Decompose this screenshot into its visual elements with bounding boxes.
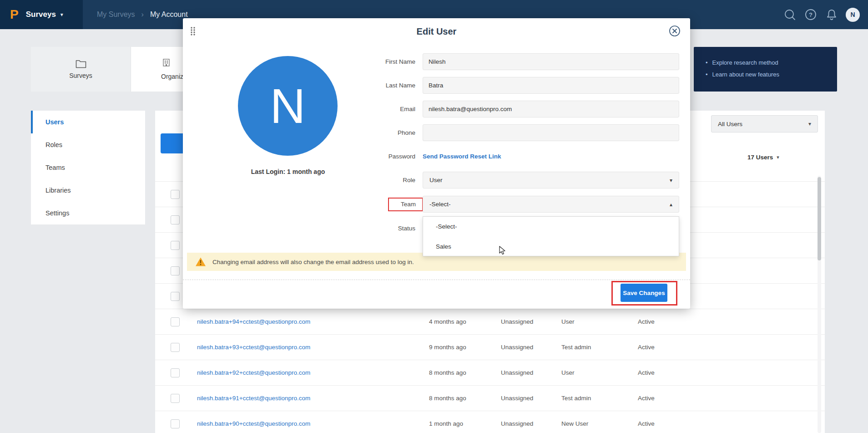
team-cell: Unassigned	[501, 335, 533, 360]
status-cell: Active	[638, 309, 655, 335]
bullet-icon: •	[706, 69, 708, 81]
folder-icon	[76, 59, 86, 68]
team-cell: Unassigned	[501, 309, 533, 335]
sidebar-item-libraries[interactable]: Libraries	[31, 179, 145, 202]
status-cell: Active	[638, 386, 655, 411]
role-cell: Test admin	[561, 386, 591, 411]
promo-link-label: Explore research method	[712, 57, 778, 69]
last-name-input[interactable]	[423, 77, 679, 94]
users-count-label: 17 Users	[747, 154, 773, 161]
breadcrumb: My Surveys › My Account	[97, 0, 188, 29]
row-checkbox[interactable]	[171, 215, 180, 224]
table-row: nilesh.batra+93+cctest@questionpro.com 9…	[155, 334, 825, 360]
user-email-link[interactable]: nilesh.batra+91+cctest@questionpro.com	[197, 386, 310, 411]
role-select[interactable]: User ▾	[423, 172, 679, 188]
promo-link-research[interactable]: • Explore research method	[706, 57, 837, 69]
product-menu[interactable]: P Surveys ▾	[0, 0, 83, 29]
role-cell: New User	[561, 411, 588, 433]
field-label-password: Password	[319, 148, 415, 165]
help-icon[interactable]: ?	[804, 8, 818, 21]
tab-surveys-label: Surveys	[69, 72, 92, 79]
last-login-cell: 8 months ago	[429, 360, 466, 386]
last-login-cell: 1 month ago	[429, 411, 463, 433]
breadcrumb-separator-icon: ›	[141, 10, 144, 19]
sidebar-item-settings[interactable]: Settings	[31, 202, 145, 224]
row-checkbox[interactable]	[171, 317, 180, 326]
chevron-down-icon: ▾	[61, 11, 63, 18]
send-password-reset-link[interactable]: Send Password Reset Link	[423, 148, 501, 165]
tab-surveys[interactable]: Surveys	[31, 47, 131, 92]
table-row: nilesh.batra+90+cctest@questionpro.com 1…	[155, 411, 825, 433]
team-cell: Unassigned	[501, 386, 533, 411]
sidebar-item-teams[interactable]: Teams	[31, 156, 145, 179]
field-label-first-name: First Name	[319, 53, 415, 70]
team-option-sales[interactable]: Sales	[423, 237, 679, 257]
role-cell: User	[561, 309, 575, 335]
user-email-link[interactable]: nilesh.batra+94+cctest@questionpro.com	[197, 309, 310, 335]
warning-icon	[195, 257, 206, 267]
chevron-up-icon: ▴	[670, 201, 672, 208]
chevron-down-icon: ▾	[670, 177, 672, 183]
last-login-cell: 4 months ago	[429, 309, 466, 335]
user-email-link[interactable]: nilesh.batra+92+cctest@questionpro.com	[197, 360, 310, 386]
team-select[interactable]: -Select- ▴	[423, 196, 679, 213]
row-checkbox[interactable]	[171, 266, 180, 275]
edit-user-modal: Edit User N Last Login: 1 month ago Firs…	[183, 18, 690, 309]
promo-link-features[interactable]: • Learn about new features	[706, 69, 837, 81]
user-email-link[interactable]: nilesh.batra+93+cctest@questionpro.com	[197, 335, 310, 360]
svg-text:?: ?	[809, 11, 812, 18]
user-email-link[interactable]: nilesh.batra+90+cctest@questionpro.com	[197, 411, 310, 433]
notifications-bell-icon[interactable]	[825, 8, 838, 21]
role-select-value: User	[429, 177, 443, 183]
scrollbar-thumb[interactable]	[818, 177, 821, 260]
organization-icon	[162, 58, 171, 67]
user-filter-value: All Users	[718, 121, 742, 127]
sidebar-item-roles[interactable]: Roles	[31, 133, 145, 156]
team-cell: Unassigned	[501, 360, 533, 386]
sidebar-item-users[interactable]: Users	[31, 111, 145, 133]
row-checkbox[interactable]	[171, 368, 180, 377]
save-changes-button[interactable]: Save Changes	[621, 284, 667, 302]
bullet-icon: •	[706, 57, 708, 69]
role-cell: User	[561, 360, 575, 386]
field-label-phone: Phone	[319, 124, 415, 141]
field-label-last-name: Last Name	[319, 77, 415, 94]
table-row: nilesh.batra+91+cctest@questionpro.com 8…	[155, 385, 825, 411]
table-scrollbar	[818, 176, 821, 433]
status-cell: Active	[638, 335, 655, 360]
promo-panel: • Explore research method • Learn about …	[694, 47, 837, 92]
app-root: P Surveys ▾ My Surveys › My Account ? N	[0, 0, 868, 433]
first-name-input[interactable]	[423, 53, 679, 70]
team-option-select[interactable]: -Select-	[423, 217, 679, 237]
users-count-dropdown[interactable]: 17 Users ▾	[747, 151, 779, 163]
row-checkbox[interactable]	[171, 241, 180, 250]
row-checkbox[interactable]	[171, 190, 180, 199]
user-filter-select[interactable]: All Users ▾	[711, 115, 818, 132]
field-label-email: Email	[319, 101, 415, 117]
phone-input[interactable]	[423, 124, 679, 141]
team-cell: Unassigned	[501, 411, 533, 433]
breadcrumb-my-surveys[interactable]: My Surveys	[97, 10, 135, 19]
breadcrumb-my-account: My Account	[150, 10, 188, 19]
row-checkbox[interactable]	[171, 292, 180, 301]
navbar-actions: ? N	[783, 0, 860, 29]
row-checkbox[interactable]	[171, 394, 180, 403]
team-select-value: -Select-	[429, 201, 451, 208]
chevron-down-icon: ▾	[808, 121, 811, 127]
table-row: nilesh.batra+94+cctest@questionpro.com 4…	[155, 309, 825, 334]
email-input[interactable]	[423, 101, 679, 117]
field-label-team-annotated: Team	[388, 198, 423, 211]
questionpro-logo: P	[10, 7, 19, 22]
promo-link-label: Learn about new features	[712, 69, 779, 81]
close-icon[interactable]	[669, 25, 681, 37]
status-cell: Active	[638, 411, 655, 433]
row-checkbox[interactable]	[171, 419, 180, 428]
search-icon[interactable]	[783, 8, 797, 21]
mouse-cursor-icon	[499, 246, 507, 255]
row-checkbox[interactable]	[171, 343, 180, 352]
product-menu-label: Surveys	[26, 10, 56, 19]
role-cell: Test admin	[561, 335, 591, 360]
account-avatar[interactable]: N	[846, 8, 860, 22]
last-login-cell: 8 months ago	[429, 386, 466, 411]
footer-divider	[183, 280, 690, 280]
